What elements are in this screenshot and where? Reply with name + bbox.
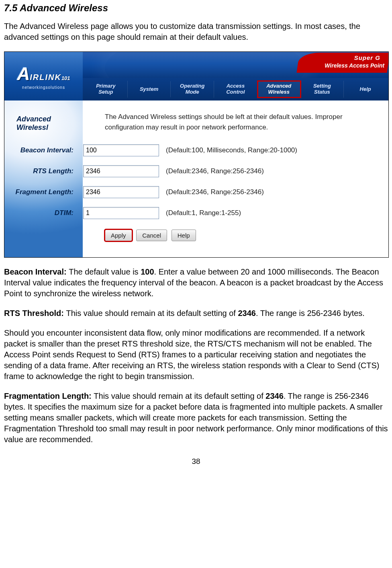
apply-button[interactable]: Apply bbox=[105, 230, 132, 241]
nav-item-operating-mode[interactable]: OperatingMode bbox=[171, 81, 214, 98]
desc-rts-detail: Should you encounter inconsistent data f… bbox=[4, 328, 388, 382]
router-ui-screenshot: Super G Wireless Access Point A IRLINK10… bbox=[4, 51, 389, 258]
nav-item-advanced-wireless[interactable]: AdvancedWireless bbox=[257, 81, 301, 98]
field-hint: (Default:1, Range:1-255) bbox=[163, 209, 380, 217]
superg-line2: Wireless Access Point bbox=[325, 62, 384, 69]
desc-beacon: Beacon Interval: The default value is 10… bbox=[4, 267, 388, 299]
logo: A IRLINK101 networkingsolutions bbox=[4, 52, 83, 100]
nav-item-system[interactable]: System bbox=[128, 81, 171, 98]
field-label: DTIM: bbox=[4, 209, 83, 217]
header-row: A IRLINK101 networkingsolutions PrimaryS… bbox=[4, 78, 388, 100]
description-block: Beacon Interval: The default value is 10… bbox=[4, 267, 388, 445]
field-hint: (Default:2346, Range:256-2346) bbox=[163, 188, 380, 196]
field-label: Fragment Length: bbox=[4, 188, 83, 196]
nav-item-help[interactable]: Help bbox=[344, 81, 387, 98]
field-input[interactable] bbox=[83, 165, 159, 177]
nav-item-primary-setup[interactable]: PrimarySetup bbox=[84, 81, 128, 98]
field-hint: (Default:2346, Range:256-2346) bbox=[163, 167, 380, 175]
logo-rest: IRLINK101 bbox=[30, 73, 70, 82]
field-label: Beacon Interval: bbox=[4, 146, 83, 154]
page-number: 38 bbox=[4, 457, 388, 466]
field-label: RTS Length: bbox=[4, 167, 83, 175]
main-panel: The Advanced Wireless settings should be… bbox=[83, 100, 388, 257]
super-g-badge: Super G Wireless Access Point bbox=[298, 53, 388, 73]
cancel-button[interactable]: Cancel bbox=[136, 230, 167, 241]
form-grid: Beacon Interval:(Default:100, Millisecon… bbox=[4, 144, 380, 219]
help-button[interactable]: Help bbox=[172, 230, 196, 241]
superg-line1: Super G bbox=[354, 54, 380, 61]
desc-fragmentation: Fragmentation Length: This value should … bbox=[4, 391, 388, 445]
nav-item-setting-status[interactable]: SettingStatus bbox=[301, 81, 344, 98]
field-input[interactable] bbox=[83, 144, 159, 156]
intro-text: The Advanced Wireless page allows you to… bbox=[4, 21, 388, 43]
sidebar-title: Advanced Wirelessl bbox=[16, 115, 83, 132]
desc-rts: RTS Threshold: This value should remain … bbox=[4, 308, 388, 319]
section-heading: 7.5 Advanced Wireless bbox=[4, 2, 388, 14]
nav-item-access-control[interactable]: AccessControl bbox=[214, 81, 257, 98]
logo-sub: networkingsolutions bbox=[22, 85, 65, 90]
info-text: The Advanced Wireless settings should be… bbox=[105, 112, 380, 132]
field-hint: (Default:100, Milliseconds, Range:20-100… bbox=[163, 146, 380, 154]
field-input[interactable] bbox=[83, 207, 159, 219]
field-input[interactable] bbox=[83, 186, 159, 198]
logo-a: A bbox=[17, 65, 29, 83]
nav: PrimarySetupSystemOperatingModeAccessCon… bbox=[83, 78, 388, 100]
button-row: Apply Cancel Help bbox=[105, 230, 380, 241]
